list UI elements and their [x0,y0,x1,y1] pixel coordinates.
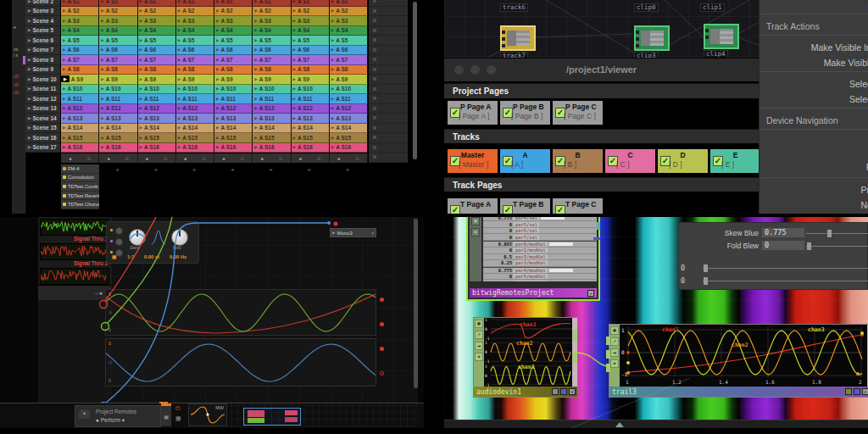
param-value-field[interactable]: 0 [681,264,691,272]
clip-as13[interactable]: ▶A S13 [330,114,368,124]
node-input[interactable] [606,350,610,359]
clip-as15[interactable]: ▶A S15 [99,133,137,143]
clip-as12[interactable]: ▶A S12 [138,104,176,114]
clip-as12[interactable]: ▶A S12 [99,104,137,114]
clip-as10[interactable]: ▶A S10 [214,85,253,95]
clip-stop-button[interactable]: ■☰ [253,153,291,163]
clip-as5[interactable]: ▶A S5 [61,36,99,46]
dat-row[interactable]: 0par1/modVal [483,248,597,253]
clip-as13[interactable]: ▶A S13 [61,114,99,124]
fold-knob[interactable] [171,229,188,246]
clip-as3[interactable]: ▶A S3 [61,16,99,26]
scene-row[interactable]: ▶Scene 13 [25,104,60,114]
track-cell[interactable] [369,55,408,65]
track-cell[interactable] [369,85,408,95]
node-output[interactable] [573,330,577,342]
clip-as6[interactable]: ▶A S6 [214,46,253,56]
scope-2[interactable]: 0 ◎ 0 [105,338,376,387]
menu-item-make-visible-i[interactable]: Make Visible I [760,56,868,71]
power-icon[interactable]: ⏻ [175,405,181,412]
mod-endpoint-dot[interactable] [380,347,384,351]
clip-as11[interactable]: ▶A S11 [330,94,368,104]
scene-play-icon[interactable]: ▶ [28,106,31,110]
clip-as9[interactable]: ▶A S9 [214,75,253,85]
scene-row[interactable]: ▶Scene 4 [25,16,60,26]
scene-row[interactable]: ▶Scene 15 [25,124,60,134]
edit-icon[interactable]: ↗ [610,337,619,346]
clip-as14[interactable]: ▶A S14 [292,124,330,134]
track-cell[interactable] [369,26,408,36]
device-item[interactable]: FM-4 [61,164,99,174]
clip-as7[interactable]: ▶A S7 [214,55,253,65]
track-cell[interactable] [369,114,408,124]
scene-play-icon[interactable]: ▶ [28,125,31,130]
track-button-a[interactable]: ✓A[ A ] [500,149,550,173]
mini-knob[interactable] [115,238,123,246]
clip-stop-button[interactable]: ■☰ [99,153,137,163]
track-cell[interactable] [369,7,408,17]
clip-as13[interactable]: ▶A S13 [253,114,291,124]
clip-as7[interactable]: ▶A S7 [176,55,214,65]
mod-source-dot[interactable] [110,251,113,253]
clip-as11[interactable]: ▶A S11 [99,94,137,104]
clip-as8[interactable]: ▶A S8 [176,65,214,75]
track-cell[interactable] [369,143,408,153]
track-cell[interactable] [369,94,408,104]
clip-stop-button[interactable]: ■☰ [214,153,253,163]
menu-item-next[interactable]: Next [760,198,868,214]
clip-as2[interactable]: ▶A S2 [253,7,291,17]
clip-as15[interactable]: ▶A S15 [330,133,368,143]
track-cell[interactable] [369,16,408,26]
clip-as10[interactable]: ▶A S10 [99,85,137,95]
clip-as14[interactable]: ▶A S14 [214,124,253,134]
node-audiodevin1[interactable]: ✱ ↗ ➔ ✦ chan1 chan2 chan3 10-110-110-1 a… [473,317,578,398]
scene-row[interactable]: ▶Scene 17 [25,143,60,153]
close-icon[interactable]: ✕ [471,217,480,225]
clip-as11[interactable]: ▶A S11 [138,94,176,104]
track-button-d[interactable]: ✓D[ D ] [658,149,708,173]
clip-as9[interactable]: ▶A S9 [253,75,291,85]
mod-source-dot[interactable] [110,240,113,242]
clip-as13[interactable]: ▶A S13 [176,114,214,124]
clip-as15[interactable]: ▶A S15 [138,133,176,143]
clip-as13[interactable]: ▶A S13 [214,114,253,124]
clip-as4[interactable]: ▶A S4 [214,26,253,36]
clip-as2[interactable]: ▶A S2 [292,7,330,17]
clip-as8[interactable]: ▶A S8 [99,65,137,75]
clip-as1[interactable]: ▶A S1 [330,0,368,7]
clip-as16[interactable]: ▶A S16 [61,143,99,153]
node-name-bar[interactable]: bitwigRemotesProject + [470,288,597,298]
clip-as9[interactable]: ▶A S9 [292,75,330,85]
clip-as3[interactable]: ▶A S3 [138,16,176,26]
scene-row[interactable]: ▶Scene 12 [25,94,60,104]
node-trail3[interactable]: ✱ ↗ ➔ ✦ chan1 chan2 chan3 10-1 11.21.41.… [609,324,868,398]
scene-play-icon[interactable]: ▶ [28,58,31,62]
clip-as12[interactable]: ▶A S12 [292,104,330,114]
viewer-flag-icon[interactable]: ✦ [610,359,619,368]
param-slider[interactable] [806,233,868,234]
clip-as7[interactable]: ▶A S7 [253,55,291,65]
track-button-b[interactable]: ✓B[ B ] [553,149,603,173]
window-dot[interactable] [454,65,464,75]
clip-as7[interactable]: ▶A S7 [330,55,368,65]
clip-as11[interactable]: ▶A S11 [214,94,253,104]
scene-play-icon[interactable]: ▶ [28,8,31,13]
clip-as8[interactable]: ▶A S8 [253,65,291,75]
window-dot[interactable] [470,65,480,75]
device-item[interactable]: TDTest Comb [61,182,99,192]
clip-as1[interactable]: ▶A S1 [138,0,176,7]
track-cell[interactable] [369,104,408,114]
clip-as6[interactable]: ▶A S6 [330,46,368,56]
page-button-p-page-b[interactable]: ✓P Page B[ Page B ] [500,101,550,125]
param-slider[interactable] [703,268,868,269]
clip-as16[interactable]: ▶A S16 [214,143,253,153]
dat-row[interactable]: 0par6/val [483,228,597,234]
clip-as6[interactable]: ▶A S6 [99,46,137,56]
param-value-field[interactable]: 0 [681,276,691,285]
add-device-plus[interactable]: + [115,166,120,174]
clip-as13[interactable]: ▶A S13 [292,114,330,124]
scene-row[interactable]: ▶Scene 10 [25,75,60,85]
expand-icon[interactable]: + [569,388,576,395]
param-slider-handle[interactable] [704,277,708,285]
clip-as8[interactable]: ▶A S8 [330,65,368,75]
